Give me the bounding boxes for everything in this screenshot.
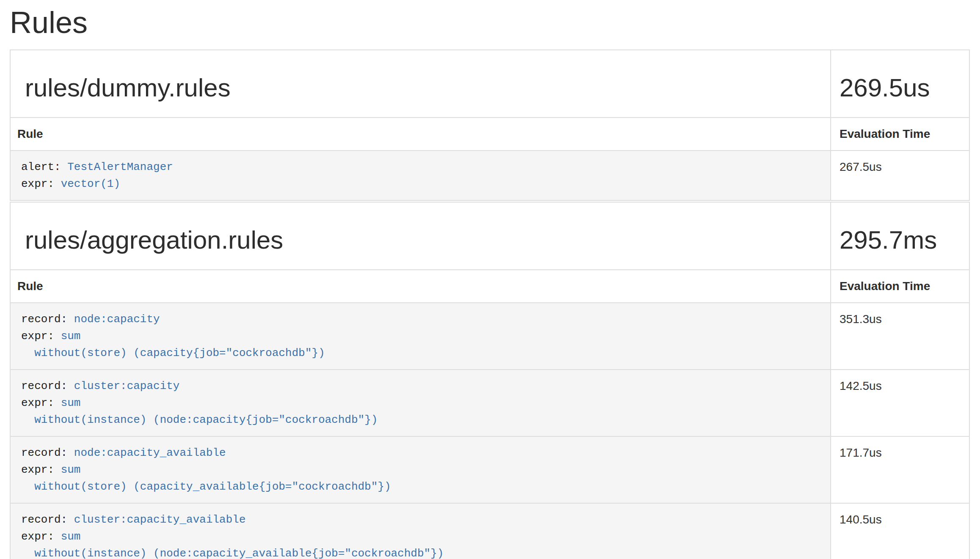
rule-group-eval-cell: 295.7ms: [831, 202, 969, 270]
rule-row: record: node:capacity expr: sum without(…: [10, 303, 969, 370]
column-header-row: RuleEvaluation Time: [10, 118, 969, 151]
rule-eval-time: 351.3us: [831, 303, 969, 370]
rule-type-label: record:: [21, 313, 74, 326]
rule-group-name-cell: rules/aggregation.rules: [10, 202, 831, 270]
rule-definition-cell: record: cluster:capacity_available expr:…: [10, 503, 831, 559]
rule-expr-label: expr:: [21, 178, 61, 190]
rule-groups-container: rules/dummy.rules269.5usRuleEvaluation T…: [10, 49, 969, 559]
eval-time-column-header: Evaluation Time: [831, 270, 969, 303]
rule-type-label: record:: [21, 380, 74, 392]
rule-eval-time: 171.7us: [831, 436, 969, 503]
rule-expr-link[interactable]: sum without(instance) (node:capacity_ava…: [21, 530, 444, 559]
rule-eval-time: 140.5us: [831, 503, 969, 559]
rule-group-header-row: rules/dummy.rules269.5us: [10, 50, 969, 118]
rule-type-label: record:: [21, 513, 74, 526]
rule-group-eval-time: 295.7ms: [840, 226, 962, 254]
rule-expr-label: expr:: [21, 463, 61, 476]
rule-name-link[interactable]: node:capacity: [74, 313, 160, 326]
rule-group-table: rules/aggregation.rules295.7msRuleEvalua…: [10, 202, 970, 559]
rule-expr-label: expr:: [21, 330, 61, 343]
rule-eval-time: 142.5us: [831, 370, 969, 436]
rule-expr-label: expr:: [21, 530, 61, 543]
rule-name-link[interactable]: cluster:capacity: [74, 380, 180, 392]
rule-column-header: Rule: [10, 118, 831, 151]
rule-expr-label: expr:: [21, 397, 61, 409]
rule-row: record: cluster:capacity expr: sum witho…: [10, 370, 969, 436]
rule-name-link[interactable]: TestAlertManager: [67, 161, 173, 173]
column-header-row: RuleEvaluation Time: [10, 270, 969, 303]
rule-column-header: Rule: [10, 270, 831, 303]
rule-definition-cell: record: cluster:capacity expr: sum witho…: [10, 370, 831, 436]
rule-group-eval-time: 269.5us: [840, 74, 962, 102]
rule-type-label: record:: [21, 447, 74, 459]
rule-group-title: rules/aggregation.rules: [25, 226, 823, 254]
rule-expr-link[interactable]: sum without(store) (capacity_available{j…: [21, 463, 391, 493]
eval-time-column-header: Evaluation Time: [831, 118, 969, 151]
rule-group-table: rules/dummy.rules269.5usRuleEvaluation T…: [10, 49, 970, 201]
rule-definition-cell: record: node:capacity_available expr: su…: [10, 436, 831, 503]
rule-definition-cell: alert: TestAlertManager expr: vector(1): [10, 151, 831, 200]
rule-expr-link[interactable]: sum without(instance) (node:capacity{job…: [21, 397, 378, 426]
rule-row: alert: TestAlertManager expr: vector(1)2…: [10, 151, 969, 200]
rule-name-link[interactable]: cluster:capacity_available: [74, 513, 246, 526]
rule-row: record: cluster:capacity_available expr:…: [10, 503, 969, 559]
rule-expr-link[interactable]: sum without(store) (capacity{job="cockro…: [21, 330, 325, 359]
rule-row: record: node:capacity_available expr: su…: [10, 436, 969, 503]
rules-page: Rules rules/dummy.rules269.5usRuleEvalua…: [0, 6, 980, 559]
rule-group-title: rules/dummy.rules: [25, 74, 823, 102]
rule-definition-cell: record: node:capacity expr: sum without(…: [10, 303, 831, 370]
rule-group-header-row: rules/aggregation.rules295.7ms: [10, 202, 969, 270]
rule-type-label: alert:: [21, 161, 67, 173]
rule-name-link[interactable]: node:capacity_available: [74, 447, 226, 459]
rule-group-name-cell: rules/dummy.rules: [10, 50, 831, 118]
rule-eval-time: 267.5us: [831, 151, 969, 200]
rule-expr-link[interactable]: vector(1): [61, 178, 120, 190]
rule-group-eval-cell: 269.5us: [831, 50, 969, 118]
page-title: Rules: [10, 6, 969, 39]
